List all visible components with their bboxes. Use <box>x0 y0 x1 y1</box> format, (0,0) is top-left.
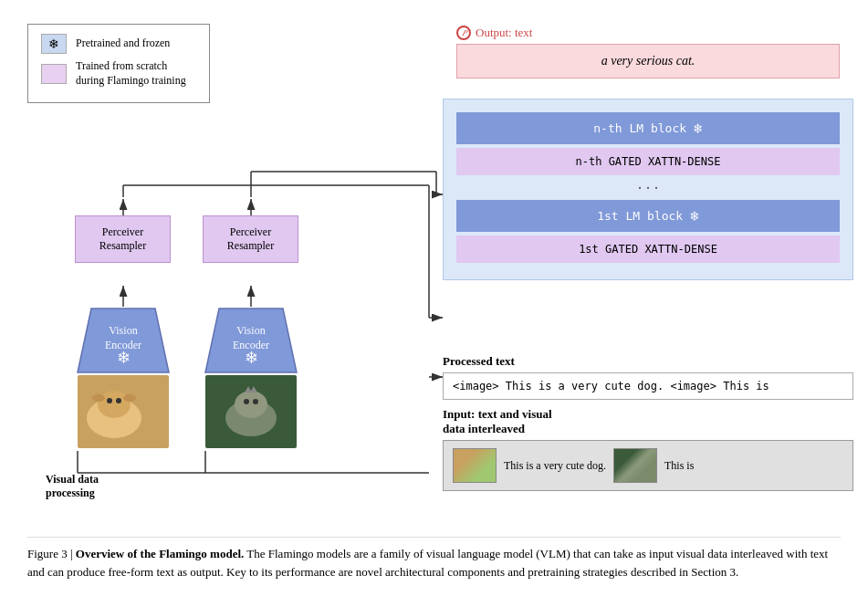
processed-text-content: <image> This is a very cute dog. <image>… <box>453 380 769 392</box>
processed-text-area: Processed text <image> This is a very cu… <box>443 354 853 491</box>
first-lm-block: 1st LM block ❄ <box>456 200 840 232</box>
nth-lm-label: n-th LM block <box>593 121 686 135</box>
first-gated-label: 1st GATED XATTN-DENSE <box>579 243 717 256</box>
nth-lm-block: n-th LM block ❄ <box>456 112 840 144</box>
output-label-area: 𝑃 Output: text <box>456 26 532 40</box>
dots-separator: · · · <box>456 179 840 198</box>
input-text-2: This is <box>664 459 694 473</box>
svg-text:Vision: Vision <box>109 324 137 337</box>
perceiver-label-1: PerceiverResampler <box>99 225 146 252</box>
svg-marker-33 <box>245 386 252 392</box>
first-lm-label: 1st LM block <box>597 209 683 223</box>
diagram-area: Vision Encoder ❄ Vision Encoder ❄ <box>27 16 841 528</box>
first-gated-block: 1st GATED XATTN-DENSE <box>456 235 840 263</box>
nth-gated-label: n-th GATED XATTN-DENSE <box>576 155 721 168</box>
legend-frozen-box: ❄ <box>41 34 67 54</box>
legend-frozen-item: ❄ Pretrained and frozen <box>41 34 196 54</box>
svg-point-32 <box>253 399 258 404</box>
perceiver-box-2: PerceiverResampler <box>203 215 298 263</box>
svg-text:Encoder: Encoder <box>233 339 269 351</box>
input-label: Input: text and visualdata interleaved <box>443 407 853 436</box>
svg-text:❄: ❄ <box>117 349 131 367</box>
svg-marker-0 <box>78 309 169 372</box>
input-cat-image <box>613 448 657 483</box>
input-dog-image <box>453 448 497 483</box>
figure-bold-title: Overview of the Flamingo model. <box>76 547 245 560</box>
processed-text-box: <image> This is a very cute dog. <image>… <box>443 372 853 400</box>
figure-caption: Figure 3 | Overview of the Flamingo mode… <box>27 537 841 581</box>
svg-marker-34 <box>250 386 257 392</box>
svg-point-31 <box>244 399 249 404</box>
processed-text-label: Processed text <box>443 354 853 369</box>
perceiver-label-2: PerceiverResampler <box>227 225 274 252</box>
nth-gated-block: n-th GATED XATTN-DENSE <box>456 148 840 175</box>
input-box: This is a very cute dog. This is <box>443 440 853 491</box>
output-text-label: Output: text <box>476 26 532 40</box>
perceiver-box-1: PerceiverResampler <box>75 215 171 263</box>
svg-text:❄: ❄ <box>245 349 258 367</box>
right-container: n-th LM block ❄ n-th GATED XATTN-DENSE ·… <box>443 99 853 280</box>
svg-point-30 <box>235 391 267 418</box>
legend-trained-item: Trained from scratchduring Flamingo trai… <box>41 59 196 88</box>
legend: ❄ Pretrained and frozen Trained from scr… <box>27 24 210 103</box>
output-box: a very serious cat. <box>456 44 840 78</box>
svg-point-23 <box>98 391 131 418</box>
figure-number: Figure 3 | <box>27 547 73 560</box>
svg-point-22 <box>87 398 141 438</box>
svg-point-29 <box>225 400 277 436</box>
svg-point-27 <box>123 394 136 402</box>
svg-point-26 <box>92 394 105 402</box>
svg-point-25 <box>116 398 121 403</box>
svg-text:Vision: Vision <box>236 324 265 337</box>
legend-trained-box <box>41 64 67 84</box>
svg-rect-28 <box>205 375 297 448</box>
svg-rect-21 <box>78 375 169 448</box>
svg-point-24 <box>107 398 112 403</box>
output-icon: 𝑃 <box>456 26 471 40</box>
legend-frozen-label: Pretrained and frozen <box>76 37 170 51</box>
visual-data-label: Visual dataprocessing <box>46 473 99 500</box>
perceiver-1: PerceiverResampler <box>75 215 173 267</box>
svg-text:Encoder: Encoder <box>105 339 141 351</box>
legend-trained-label: Trained from scratchduring Flamingo trai… <box>76 59 186 88</box>
input-text-1: This is a very cute dog. <box>504 459 606 473</box>
snowflake-icon: ❄ <box>48 37 59 52</box>
perceiver-2: PerceiverResampler <box>203 215 301 267</box>
output-text: a very serious cat. <box>601 54 695 68</box>
svg-marker-1 <box>205 309 297 372</box>
first-lm-snowflake: ❄ <box>690 207 699 225</box>
nth-lm-snowflake: ❄ <box>694 120 703 137</box>
